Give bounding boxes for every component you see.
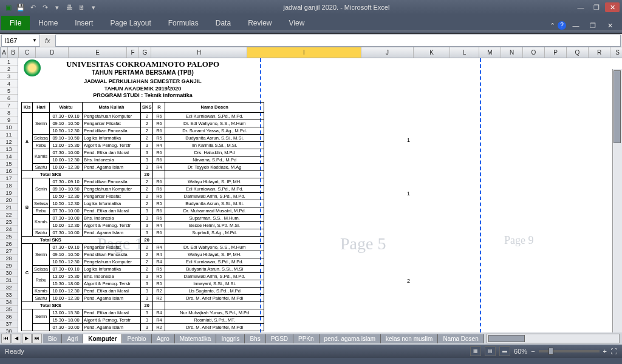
column-header-Q[interactable]: Q — [567, 47, 589, 58]
sheet-tab-agri[interactable]: Agri — [62, 334, 83, 343]
row-header-12[interactable]: 12 — [0, 138, 18, 146]
column-header-C[interactable]: C — [19, 47, 36, 58]
sheet-nav-prev-icon[interactable]: ◀ — [12, 334, 21, 343]
row-header-20[interactable]: 20 — [0, 197, 18, 204]
tab-view[interactable]: View — [281, 16, 313, 30]
sheet-tab-agro[interactable]: Agro — [152, 334, 175, 343]
row-header-30[interactable]: 30 — [0, 269, 18, 277]
ribbon-expand-icon[interactable]: ⌃ — [550, 22, 555, 30]
zoom-slider-thumb[interactable] — [549, 348, 553, 355]
row-header-33[interactable]: 33 — [0, 291, 18, 298]
sheet-nav-next-icon[interactable]: ▶ — [22, 334, 32, 343]
doc-minimize-button[interactable]: — — [569, 21, 583, 30]
zoom-in-button[interactable]: + — [603, 348, 607, 355]
name-box-dropdown-icon[interactable]: ▼ — [32, 38, 37, 43]
row-header-19[interactable]: 19 — [0, 189, 18, 197]
row-header-14[interactable]: 14 — [0, 153, 18, 160]
row-header-8[interactable]: 8 — [0, 109, 18, 116]
row-header-15[interactable]: 15 — [0, 160, 18, 167]
row-header-26[interactable]: 26 — [0, 240, 18, 248]
row-header-28[interactable]: 28 — [0, 255, 18, 262]
sheet-tab-matematika[interactable]: Matematika — [175, 334, 217, 343]
column-header-E[interactable]: E — [69, 47, 127, 58]
column-header-B[interactable]: B — [8, 47, 19, 58]
column-header-P[interactable]: P — [545, 47, 567, 58]
column-header-F[interactable]: F — [127, 47, 139, 58]
column-header-N[interactable]: N — [501, 47, 523, 58]
row-header-21[interactable]: 21 — [0, 204, 18, 211]
view-layout-button[interactable]: ▤ — [485, 346, 496, 356]
sheet-tab-inggris[interactable]: Inggris — [216, 334, 245, 343]
column-header-R[interactable]: R — [589, 47, 610, 58]
column-header-S[interactable]: S — [610, 47, 622, 58]
tab-data[interactable]: Data — [207, 16, 239, 30]
tab-insert[interactable]: Insert — [66, 16, 101, 30]
help-icon[interactable]: ? — [558, 21, 566, 30]
view-normal-button[interactable]: ▦ — [470, 346, 481, 356]
row-header-31[interactable]: 31 — [0, 277, 18, 284]
tab-home[interactable]: Home — [30, 16, 66, 30]
close-button[interactable]: ✕ — [605, 2, 620, 12]
sheet-tab-bhs[interactable]: Bhs — [245, 334, 265, 343]
row-header-24[interactable]: 24 — [0, 226, 18, 233]
column-header-G[interactable]: G — [139, 47, 151, 58]
column-header-H[interactable]: H — [151, 47, 247, 58]
row-header-27[interactable]: 27 — [0, 248, 18, 255]
sheet-tab-penbio[interactable]: Penbio — [122, 334, 151, 343]
horizontal-scrollbar-thumb[interactable] — [488, 335, 525, 342]
row-header-17[interactable]: 17 — [0, 175, 18, 182]
save-icon[interactable]: 💾 — [16, 2, 26, 12]
row-header-3[interactable]: 3 — [0, 73, 18, 80]
horizontal-scrollbar[interactable] — [487, 334, 620, 343]
sheet-tab-ppkn[interactable]: PPKn — [293, 334, 320, 343]
column-header-K[interactable]: K — [414, 47, 450, 58]
undo-icon[interactable]: ↶ — [28, 2, 38, 12]
row-header-4[interactable]: 4 — [0, 80, 18, 87]
tab-pagelayout[interactable]: Page Layout — [101, 16, 159, 30]
print-icon[interactable]: 🖶 — [64, 2, 74, 12]
zoom-slider[interactable] — [539, 350, 600, 352]
maximize-button[interactable]: ❐ — [589, 2, 604, 12]
view-pagebreak-button[interactable]: ▬ — [499, 346, 510, 356]
name-box[interactable]: I167▼ — [1, 35, 40, 47]
row-header-6[interactable]: 6 — [0, 95, 18, 102]
tab-file[interactable]: File — [1, 16, 30, 30]
column-header-L[interactable]: L — [450, 47, 479, 58]
row-header-18[interactable]: 18 — [0, 182, 18, 189]
row-header-2[interactable]: 2 — [0, 66, 18, 73]
redo-icon[interactable]: ↷ — [40, 2, 50, 12]
fx-label[interactable]: fx — [40, 37, 55, 44]
zoom-out-button[interactable]: − — [531, 348, 535, 355]
fullscreen-icon[interactable]: ⛶ — [610, 348, 617, 355]
sheet-tab-kelas-non-muslim[interactable]: kelas non muslim — [381, 334, 438, 343]
row-header-10[interactable]: 10 — [0, 124, 18, 131]
zoom-level[interactable]: 60% — [514, 348, 527, 355]
row-header-35[interactable]: 35 — [0, 306, 18, 313]
row-header-29[interactable]: 29 — [0, 262, 18, 269]
column-header-A[interactable]: A — [1, 47, 8, 58]
sheet-tab-pgsd[interactable]: PGSD — [266, 334, 293, 343]
row-header-9[interactable]: 9 — [0, 116, 18, 124]
formula-input[interactable] — [55, 35, 621, 47]
sheet-tab-bio[interactable]: Bio — [43, 334, 62, 343]
row-header-36[interactable]: 36 — [0, 313, 18, 320]
sheet-tab-komputer[interactable]: Komputer — [83, 334, 122, 343]
column-header-D[interactable]: D — [36, 47, 69, 58]
minimize-button[interactable]: — — [573, 2, 588, 12]
row-header-11[interactable]: 11 — [0, 131, 18, 138]
row-header-37[interactable]: 37 — [0, 320, 18, 328]
row-header-13[interactable]: 13 — [0, 146, 18, 153]
row-header-16[interactable]: 16 — [0, 167, 18, 175]
column-header-M[interactable]: M — [479, 47, 501, 58]
qat-dropdown-icon[interactable]: ▾ — [89, 2, 98, 12]
grid[interactable]: Page 1 Page 5 Page 9 112 UNIVESITAS COKR… — [18, 58, 622, 332]
column-header-J[interactable]: J — [361, 47, 414, 58]
row-header-34[interactable]: 34 — [0, 298, 18, 306]
vertical-scrollbar[interactable] — [612, 69, 622, 332]
sheet-nav-first-icon[interactable]: ⏮ — [1, 334, 11, 343]
qat-more-icon[interactable]: ▾ — [52, 2, 62, 12]
row-header-22[interactable]: 22 — [0, 211, 18, 218]
tab-review[interactable]: Review — [239, 16, 280, 30]
row-header-32[interactable]: 32 — [0, 284, 18, 291]
row-header-23[interactable]: 23 — [0, 218, 18, 226]
